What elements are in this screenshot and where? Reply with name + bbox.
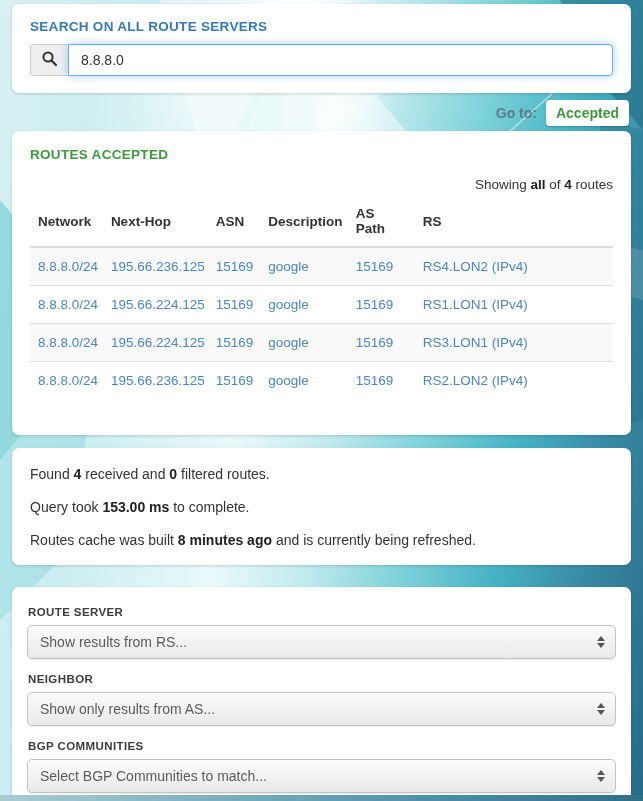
table-row: 8.8.8.0/24 195.66.236.125 15169 google 1… — [30, 247, 613, 286]
route-nexthop-link[interactable]: 195.66.224.125 — [111, 335, 205, 350]
routes-accepted-panel: ROUTES ACCEPTED Showing all of 4 routes … — [12, 131, 631, 435]
bgp-communities-select[interactable]: Select BGP Communities to match... — [27, 759, 616, 793]
goto-row: Go to: Accepted — [12, 93, 631, 131]
route-asn-link[interactable]: 15169 — [216, 259, 254, 274]
stat-found: Found 4 received and 0 filtered routes. — [30, 466, 613, 482]
search-panel: SEARCH ON ALL ROUTE SERVERS — [12, 4, 631, 93]
bgp-communities-filter-group: BGP COMMUNITIES Select BGP Communities t… — [27, 740, 616, 793]
search-input[interactable] — [68, 44, 613, 76]
table-row: 8.8.8.0/24 195.66.224.125 15169 google 1… — [30, 324, 613, 362]
routes-panel-title: ROUTES ACCEPTED — [30, 147, 613, 162]
route-aspath-link[interactable]: 15169 — [356, 335, 394, 350]
neighbor-filter-group: NEIGHBOR Show only results from AS... — [27, 673, 616, 726]
col-header-rs: RS — [415, 197, 613, 247]
route-description-link[interactable]: google — [268, 373, 309, 388]
route-rs-link[interactable]: RS2.LON2 (IPv4) — [423, 373, 528, 388]
route-network-link[interactable]: 8.8.8.0/24 — [38, 297, 98, 312]
route-network-link[interactable]: 8.8.8.0/24 — [38, 259, 98, 274]
routes-table: Network Next-Hop ASN Description AS Path… — [30, 197, 613, 399]
route-asn-link[interactable]: 15169 — [216, 297, 254, 312]
route-server-filter-group: ROUTE SERVER Show results from RS... — [27, 606, 616, 659]
route-rs-link[interactable]: RS1.LON1 (IPv4) — [423, 297, 528, 312]
route-server-select[interactable]: Show results from RS... — [27, 625, 616, 659]
route-asn-link[interactable]: 15169 — [216, 373, 254, 388]
search-panel-title: SEARCH ON ALL ROUTE SERVERS — [30, 19, 613, 34]
route-asn-link[interactable]: 15169 — [216, 335, 254, 350]
routes-summary: Showing all of 4 routes — [30, 177, 613, 192]
col-header-description: Description — [260, 197, 347, 247]
route-server-label: ROUTE SERVER — [28, 606, 615, 618]
search-addon — [30, 44, 68, 76]
stat-cache-age: Routes cache was built 8 minutes ago and… — [30, 532, 613, 548]
col-header-network: Network — [30, 197, 103, 247]
neighbor-select[interactable]: Show only results from AS... — [27, 692, 616, 726]
col-header-asn: ASN — [208, 197, 260, 247]
stat-query-time: Query took 153.00 ms to complete. — [30, 499, 613, 515]
route-aspath-link[interactable]: 15169 — [356, 373, 394, 388]
route-aspath-link[interactable]: 15169 — [356, 259, 394, 274]
route-nexthop-link[interactable]: 195.66.236.125 — [111, 373, 205, 388]
route-description-link[interactable]: google — [268, 335, 309, 350]
goto-label: Go to: — [496, 105, 537, 121]
table-row: 8.8.8.0/24 195.66.236.125 15169 google 1… — [30, 362, 613, 400]
route-network-link[interactable]: 8.8.8.0/24 — [38, 335, 98, 350]
col-header-nexthop: Next-Hop — [103, 197, 208, 247]
filters-panel: ROUTE SERVER Show results from RS... NEI… — [12, 587, 631, 801]
route-description-link[interactable]: google — [268, 297, 309, 312]
route-network-link[interactable]: 8.8.8.0/24 — [38, 373, 98, 388]
col-header-aspath: AS Path — [348, 197, 415, 247]
neighbor-label: NEIGHBOR — [28, 673, 615, 685]
route-nexthop-link[interactable]: 195.66.224.125 — [111, 297, 205, 312]
routes-table-header-row: Network Next-Hop ASN Description AS Path… — [30, 197, 613, 247]
search-icon — [41, 50, 58, 71]
route-rs-link[interactable]: RS4.LON2 (IPv4) — [423, 259, 528, 274]
route-description-link[interactable]: google — [268, 259, 309, 274]
query-stats-panel: Found 4 received and 0 filtered routes. … — [12, 448, 631, 565]
search-input-group — [30, 44, 613, 76]
bgp-communities-label: BGP COMMUNITIES — [28, 740, 615, 752]
route-rs-link[interactable]: RS3.LON1 (IPv4) — [423, 335, 528, 350]
background-bottom-strip — [0, 795, 643, 801]
goto-accepted-button[interactable]: Accepted — [546, 100, 629, 126]
table-row: 8.8.8.0/24 195.66.224.125 15169 google 1… — [30, 286, 613, 324]
looking-glass-page: SEARCH ON ALL ROUTE SERVERS Go to: Accep… — [0, 0, 643, 801]
route-nexthop-link[interactable]: 195.66.236.125 — [111, 259, 205, 274]
route-aspath-link[interactable]: 15169 — [356, 297, 394, 312]
